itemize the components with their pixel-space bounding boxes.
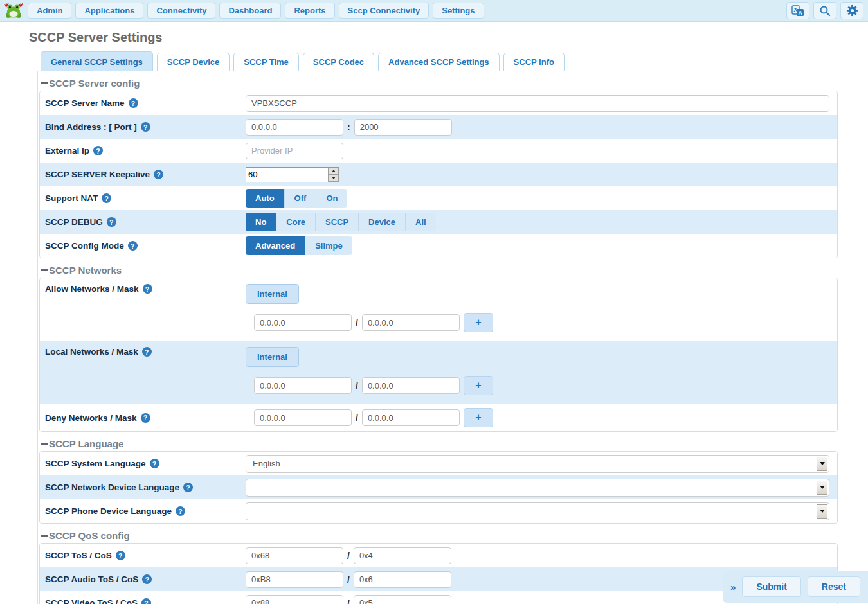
chevron-down-icon[interactable] [817,457,827,471]
tab-sccp-codec[interactable]: SCCP Codec [303,53,374,71]
help-icon[interactable] [143,284,152,294]
settings-gear-button[interactable] [840,2,863,19]
tos-input[interactable] [246,547,343,564]
row-local-networks: Local Networks / Mask Internal / + [40,341,837,404]
collapse-chevron-icon[interactable]: » [730,582,736,592]
collapse-minus-icon [41,535,48,537]
chevron-down-icon[interactable] [817,504,827,519]
debug-core-button[interactable]: Core [276,213,316,231]
tab-advanced-sccp-settings[interactable]: Advanced SCCP Settings [378,53,500,71]
help-icon[interactable] [142,347,152,357]
section-header-qos[interactable]: SCCP QoS config [41,530,838,541]
help-icon[interactable] [154,170,163,179]
slash-separator: / [356,413,358,423]
deny-network-input[interactable] [254,409,352,426]
spinner-down-button[interactable] [328,175,339,182]
config-mode-simple-button[interactable]: Silmpe [305,236,352,255]
nav-item-admin[interactable]: Admin [28,3,71,19]
help-icon[interactable] [102,193,111,203]
bind-port-input[interactable] [354,119,452,136]
help-icon[interactable] [142,574,152,584]
allow-internal-button[interactable]: Internal [246,284,299,304]
sccp-server-name-input[interactable] [246,95,829,112]
config-mode-advanced-button[interactable]: Advanced [246,236,305,255]
support-nat-off-button[interactable]: Off [285,189,317,208]
section-header-language[interactable]: SCCP Language [41,438,838,449]
help-icon[interactable] [141,413,150,423]
audio-cos-input[interactable] [354,571,451,588]
help-icon[interactable] [128,241,138,251]
support-nat-on-button[interactable]: On [316,189,347,208]
cos-input[interactable] [354,547,451,564]
local-mask-input[interactable] [362,377,460,394]
nav-item-applications[interactable]: Applications [75,3,143,19]
external-ip-input[interactable] [246,143,343,159]
label-text: SCCP SERVER Keepalive [45,170,150,179]
deny-add-button[interactable]: + [464,408,493,427]
section-server-config: SCCP Server Name Bind Address : [ Port ]… [39,91,838,258]
video-cos-input[interactable] [354,595,451,604]
help-icon[interactable] [116,551,125,560]
help-icon[interactable] [183,483,193,492]
allow-network-input[interactable] [254,314,352,331]
section-title: SCCP Server config [49,78,140,89]
search-button[interactable] [813,2,836,19]
help-icon[interactable] [176,506,185,516]
frog-logo-icon[interactable] [4,2,23,20]
keepalive-value-input[interactable] [246,168,328,182]
section-header-server-config[interactable]: SCCP Server config [41,78,838,89]
field-label: Allow Networks / Mask [45,284,246,294]
debug-all-button[interactable]: All [406,213,436,231]
row-phone-device-language: SCCP Phone Device Language [40,499,837,523]
phone-device-language-select[interactable] [246,502,829,520]
submit-button[interactable]: Submit [742,576,800,597]
label-text: SCCP Audio ToS / CoS [45,574,138,584]
help-icon[interactable] [107,217,116,227]
allow-mask-input[interactable] [362,314,460,331]
label-text: Allow Networks / Mask [45,284,139,294]
allow-add-button[interactable]: + [464,313,493,332]
video-tos-input[interactable] [246,595,343,604]
tab-sccp-device[interactable]: SCCP Device [157,53,230,71]
support-nat-auto-button[interactable]: Auto [246,189,285,208]
chevron-down-icon[interactable] [817,481,827,495]
tab-sccp-info[interactable]: SCCP info [503,53,565,71]
audio-tos-input[interactable] [246,571,343,588]
nav-item-dashboard[interactable]: Dashboard [219,3,281,19]
help-icon[interactable] [141,122,150,132]
section-header-networks[interactable]: SCCP Networks [41,265,838,276]
local-internal-button[interactable]: Internal [246,347,299,367]
nav-item-reports[interactable]: Reports [285,3,334,19]
help-icon[interactable] [129,98,138,108]
debug-device-button[interactable]: Device [359,213,406,231]
debug-sccp-button[interactable]: SCCP [316,213,359,231]
local-add-button[interactable]: + [464,376,493,395]
field-label: SCCP ToS / CoS [45,551,246,560]
row-sccp-debug: SCCP DEBUG No Core SCCP Device All [40,210,837,234]
help-icon[interactable] [141,598,151,604]
help-icon[interactable] [93,146,103,155]
deny-mask-input[interactable] [362,409,460,426]
system-language-select[interactable]: English [246,455,829,473]
nav-item-connectivity[interactable]: Connectivity [147,3,215,19]
support-nat-button-group: Auto Off On [246,189,347,208]
collapse-minus-icon [41,443,48,445]
section-title: SCCP QoS config [49,530,130,541]
local-network-input[interactable] [254,377,352,394]
language-translate-button[interactable]: A [786,2,809,19]
reset-button[interactable]: Reset [808,576,860,597]
bind-address-input[interactable] [246,119,343,136]
debug-no-button[interactable]: No [246,213,276,231]
section-title: SCCP Networks [49,265,122,276]
nav-item-sccp-connectivity[interactable]: Sccp Connectivity [339,3,429,19]
top-navbar: Admin Applications Connectivity Dashboar… [0,0,868,22]
help-icon[interactable] [150,459,159,468]
spinner-up-button[interactable] [328,168,339,175]
network-device-language-select[interactable] [246,479,829,497]
tab-sccp-time[interactable]: SCCP Time [233,53,299,71]
floating-action-bar: » Submit Reset [723,571,868,603]
tab-general-sccp-settings[interactable]: General SCCP Settings [41,51,153,71]
label-text: SCCP System Language [45,459,146,468]
search-icon [819,5,831,17]
nav-item-settings[interactable]: Settings [433,3,484,19]
